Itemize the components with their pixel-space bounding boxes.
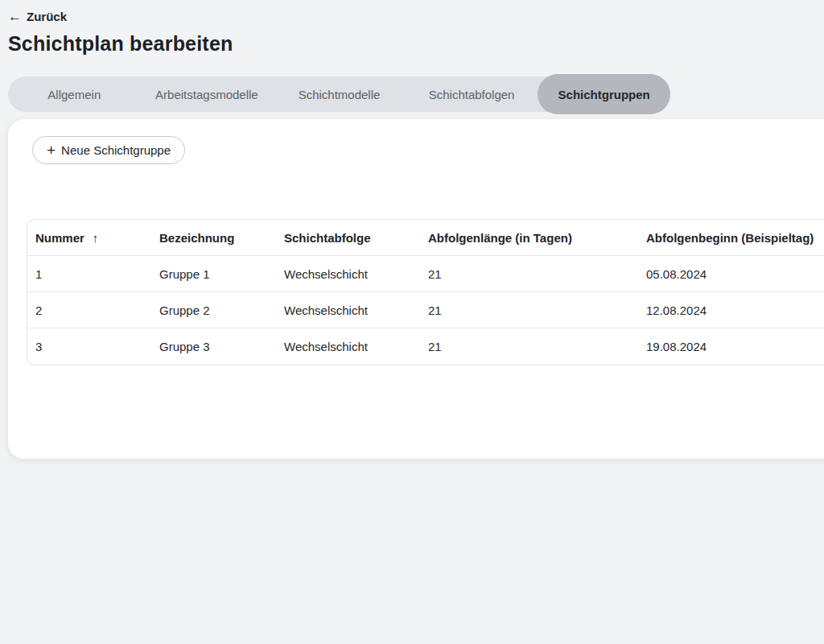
column-header-label: Schichtabfolge bbox=[284, 231, 371, 245]
table-cell: Gruppe 2 bbox=[151, 292, 276, 328]
table-cell: Gruppe 1 bbox=[151, 256, 276, 292]
new-schichtgruppe-button-label: Neue Schichtgruppe bbox=[61, 143, 171, 157]
column-header-4[interactable]: Abfolgenlänge (in Tagen) bbox=[420, 220, 638, 256]
tab-schichtabfolgen[interactable]: Schichtabfolgen bbox=[406, 76, 538, 112]
column-header-3[interactable]: Schichtabfolge bbox=[276, 220, 420, 256]
page-title: Schichtplan bearbeiten bbox=[8, 32, 233, 56]
table-cell: Gruppe 3 bbox=[151, 328, 276, 365]
page: ← Zurück Schichtplan bearbeiten Allgemei… bbox=[0, 0, 824, 644]
content-card: + Neue Schichtgruppe Nummer↑BezeichnungS… bbox=[8, 119, 824, 459]
table-cell: 19.08.2024 bbox=[638, 328, 824, 365]
schichtgruppen-table: Nummer↑BezeichnungSchichtabfolgeAbfolgen… bbox=[27, 219, 824, 365]
column-header-2[interactable]: Bezeichnung bbox=[151, 220, 276, 256]
tab-allgemein[interactable]: Allgemein bbox=[8, 76, 141, 112]
table-cell: 21 bbox=[420, 256, 638, 292]
table-cell: 05.08.2024 bbox=[638, 256, 824, 292]
back-arrow-icon: ← bbox=[8, 10, 22, 23]
column-header-label: Bezeichnung bbox=[159, 231, 234, 245]
table-cell: 12.08.2024 bbox=[638, 292, 824, 328]
back-link-label: Zurück bbox=[27, 10, 67, 23]
plus-icon: + bbox=[47, 142, 56, 158]
table-cell: 2 bbox=[27, 292, 151, 328]
table-cell: 21 bbox=[420, 292, 638, 328]
table-header-row: Nummer↑BezeichnungSchichtabfolgeAbfolgen… bbox=[27, 220, 824, 256]
table-cell: 3 bbox=[27, 328, 151, 365]
table-cell: Wechselschicht bbox=[276, 256, 420, 292]
column-header-label: Abfolgenlänge (in Tagen) bbox=[428, 231, 572, 245]
table-cell: Wechselschicht bbox=[276, 292, 420, 328]
tab-bar: AllgemeinArbeitstagsmodelleSchichtmodell… bbox=[8, 76, 670, 112]
column-header-5[interactable]: Abfolgenbeginn (Beispieltag) bbox=[638, 220, 824, 256]
table-body: 1Gruppe 1Wechselschicht2105.08.20242Grup… bbox=[27, 256, 824, 365]
table-row[interactable]: 2Gruppe 2Wechselschicht2112.08.2024 bbox=[27, 292, 824, 328]
tab-schichtmodelle[interactable]: Schichtmodelle bbox=[273, 76, 406, 112]
column-header-1[interactable]: Nummer↑ bbox=[27, 220, 151, 256]
back-link[interactable]: ← Zurück bbox=[8, 10, 67, 23]
table-cell: Wechselschicht bbox=[276, 328, 420, 365]
sort-ascending-icon: ↑ bbox=[93, 231, 99, 245]
column-header-label: Abfolgenbeginn (Beispieltag) bbox=[646, 231, 814, 245]
column-header-label: Nummer bbox=[35, 231, 84, 245]
table-row[interactable]: 1Gruppe 1Wechselschicht2105.08.2024 bbox=[27, 256, 824, 292]
tab-arbeitstagsmodelle[interactable]: Arbeitstagsmodelle bbox=[141, 76, 274, 112]
tab-schichtgruppen[interactable]: Schichtgruppen bbox=[538, 74, 670, 114]
table-cell: 1 bbox=[27, 256, 151, 292]
new-schichtgruppe-button[interactable]: + Neue Schichtgruppe bbox=[32, 136, 185, 164]
table-row[interactable]: 3Gruppe 3Wechselschicht2119.08.2024 bbox=[27, 328, 824, 365]
table-cell: 21 bbox=[420, 328, 638, 365]
